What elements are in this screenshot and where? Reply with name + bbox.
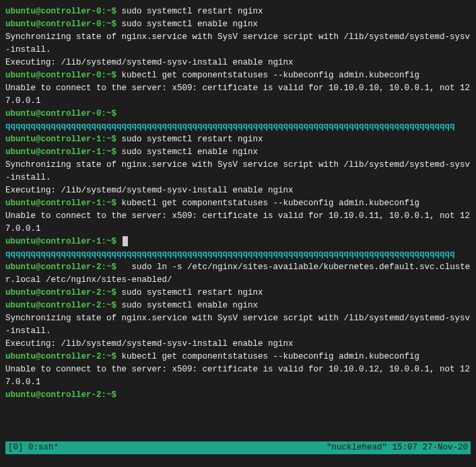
prompt: ubuntu@controller-2:~$ <box>5 352 116 361</box>
prompt: ubuntu@controller-0:~$ <box>5 7 116 16</box>
command-line: sudo systemctl enable nginx <box>122 147 259 157</box>
prompt: ubuntu@controller-1:~$ <box>5 237 116 246</box>
prompt: ubuntu@controller-1:~$ <box>5 147 116 157</box>
status-right-group: "nucklehead" 15:07 27-Nov-20 <box>327 441 468 454</box>
status-host: "nucklehead" <box>327 443 387 452</box>
prompt: ubuntu@controller-2:~$ <box>5 262 116 272</box>
prompt: ubuntu@controller-2:~$ <box>5 390 116 400</box>
command-line: kubectl get componentstatuses --kubeconf… <box>122 352 420 361</box>
cursor <box>123 236 128 246</box>
output-line: Executing: /lib/systemd/systemd-sysv-ins… <box>5 186 294 195</box>
prompt: ubuntu@controller-1:~$ <box>5 135 116 144</box>
output-line: Unable to connect to the server: x509: c… <box>5 365 470 387</box>
tmux-statusbar: [0] 0:ssh* "nucklehead" 15:07 27-Nov-20 <box>5 441 471 454</box>
prompt: ubuntu@controller-0:~$ <box>5 109 116 118</box>
prompt: ubuntu@controller-2:~$ <box>5 301 116 310</box>
output-line: Synchronizing state of nginx.service wit… <box>5 32 470 55</box>
prompt: ubuntu@controller-0:~$ <box>5 71 116 80</box>
output-line: Synchronizing state of nginx.service wit… <box>5 160 470 182</box>
command-line: sudo systemctl restart nginx <box>122 135 263 144</box>
output-line: Executing: /lib/systemd/systemd-sysv-ins… <box>5 58 294 67</box>
prompt: ubuntu@controller-1:~$ <box>5 199 116 208</box>
command-line: sudo systemctl restart nginx <box>122 7 263 16</box>
prompt: ubuntu@controller-2:~$ <box>5 288 116 297</box>
status-time: 15:07 27-Nov-20 <box>392 443 468 452</box>
output-line: Synchronizing state of nginx.service wit… <box>5 314 470 336</box>
output-line: Unable to connect to the server: x509: c… <box>5 83 470 106</box>
command-line: kubectl get componentstatuses --kubeconf… <box>122 199 420 208</box>
pane-divider: qqqqqqqqqqqqqqqqqqqqqqqqqqqqqqqqqqqqqqqq… <box>5 122 455 131</box>
output-line: Executing: /lib/systemd/systemd-sysv-ins… <box>5 339 294 349</box>
terminal-output[interactable]: ubuntu@controller-0:~$ sudo systemctl re… <box>5 5 471 402</box>
output-line: Unable to connect to the server: x509: c… <box>5 211 470 234</box>
command-line: sudo systemctl enable nginx <box>122 20 259 29</box>
command-line: sudo systemctl enable nginx <box>122 301 259 310</box>
command-line: kubectl get componentstatuses --kubeconf… <box>122 71 420 80</box>
status-session: [0] 0:ssh* <box>8 441 59 454</box>
command-line: sudo systemctl restart nginx <box>122 288 263 297</box>
prompt: ubuntu@controller-0:~$ <box>5 20 116 29</box>
pane-divider: qqqqqqqqqqqqqqqqqqqqqqqqqqqqqqqqqqqqqqqq… <box>5 250 455 259</box>
